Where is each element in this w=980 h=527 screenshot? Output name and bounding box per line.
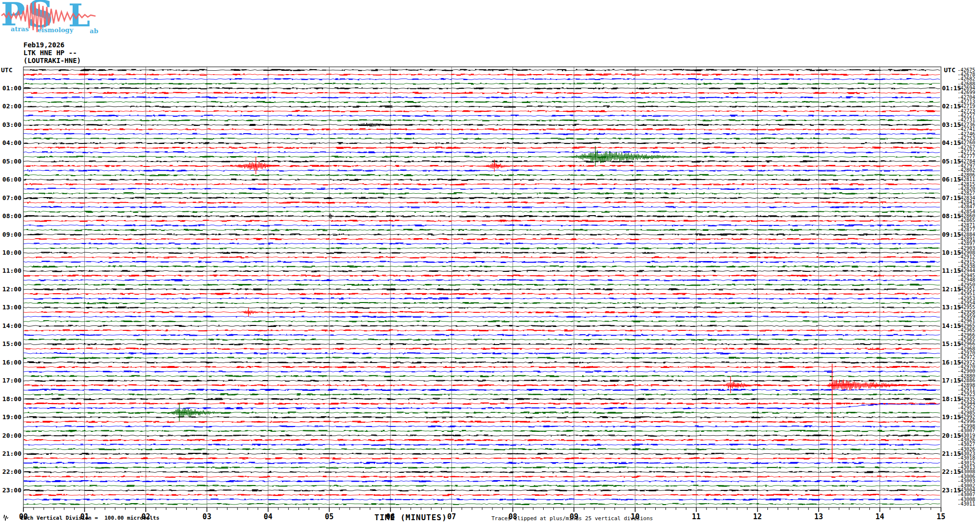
left-time-label: 19:00 xyxy=(2,414,21,421)
x-axis-tick-label: 04 xyxy=(261,512,275,521)
x-axis-tick-label: 00 xyxy=(16,512,31,521)
x-axis-tick-label: 06 xyxy=(383,512,398,521)
x-axis-tick-label: 15 xyxy=(934,512,948,521)
x-axis-tick-label: 01 xyxy=(77,512,92,521)
left-time-label: 03:00 xyxy=(2,122,21,128)
left-time-label: 14:00 xyxy=(2,323,21,329)
left-time-label: 23:00 xyxy=(2,487,21,494)
left-time-label: 01:00 xyxy=(2,85,21,92)
x-axis-tick-label: 14 xyxy=(873,512,887,521)
x-axis-tick-label: 07 xyxy=(444,512,459,521)
x-axis-tick-label: 05 xyxy=(322,512,336,521)
left-time-label: 17:00 xyxy=(2,377,21,384)
left-time-label: 08:00 xyxy=(2,213,21,220)
left-time-label: 09:00 xyxy=(2,231,21,238)
left-time-label: 11:00 xyxy=(2,267,21,274)
left-time-label: 16:00 xyxy=(2,359,21,366)
left-time-label: 18:00 xyxy=(2,396,21,403)
left-time-label: 12:00 xyxy=(2,286,21,293)
helicorder-plot xyxy=(0,0,980,527)
trace-offset-value: -43011 xyxy=(958,502,975,507)
left-time-label: 21:00 xyxy=(2,450,21,457)
x-axis-tick-label: 02 xyxy=(138,512,153,521)
x-axis-tick-label: 13 xyxy=(811,512,826,521)
left-time-label: 04:00 xyxy=(2,140,21,146)
x-axis-tick-label: 03 xyxy=(199,512,214,521)
left-time-label: 22:00 xyxy=(2,468,21,475)
footer-mini-glyph xyxy=(3,515,8,521)
left-time-label: 02:00 xyxy=(2,103,21,110)
helicorder-page: P atras S eismology L ab Feb19,2026 LTK … xyxy=(0,0,980,527)
left-time-label: 06:00 xyxy=(2,176,21,183)
traces-layer xyxy=(23,69,940,505)
x-axis-tick-label: 08 xyxy=(506,512,520,521)
x-axis-tick-label: 11 xyxy=(689,512,704,521)
left-time-label: 13:00 xyxy=(2,304,21,311)
left-time-label: 05:00 xyxy=(2,158,21,165)
left-time-label: 15:00 xyxy=(2,341,21,347)
x-axis-tick-label: 12 xyxy=(750,512,765,521)
left-time-label: 20:00 xyxy=(2,432,21,439)
x-axis-tick-label: 10 xyxy=(628,512,643,521)
left-time-label: 10:00 xyxy=(2,249,21,256)
left-time-label: 07:00 xyxy=(2,195,21,202)
x-axis-tick-label: 09 xyxy=(567,512,581,521)
